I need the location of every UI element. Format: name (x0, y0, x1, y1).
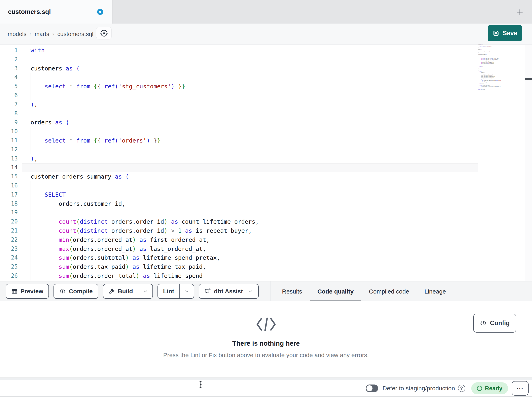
status-bar: Defer to staging/production ? Ready ... (0, 380, 532, 397)
line-number: 20 (0, 217, 22, 226)
code-line[interactable]: min(orders.ordered_at) as first_ordered_… (22, 235, 478, 244)
indent-guide (31, 199, 31, 208)
line-number: 14 (0, 163, 22, 172)
code-line[interactable]: with (22, 46, 478, 55)
compile-button-label: Compile (69, 288, 93, 295)
config-button[interactable]: Config (473, 314, 516, 333)
active-tab-underline (310, 300, 361, 301)
indent-guide (31, 136, 31, 145)
indent-guide (31, 226, 31, 235)
line-number: 13 (0, 154, 22, 163)
panel-resize-handle[interactable] (0, 378, 532, 380)
code-line[interactable]: select * from {{ ref('stg_customers') }} (22, 82, 478, 91)
line-number-gutter: 1234567891011121314151617181920212223242… (0, 46, 22, 281)
code-line[interactable]: sum(orders.order_total) as lifetime_spen… (22, 271, 478, 281)
indent-guide (31, 73, 31, 82)
editor-minimap[interactable]: with customers as ( select * from {{ ref… (478, 43, 511, 91)
breadcrumb-item[interactable]: customers.sql (57, 31, 93, 38)
panel-tab-label: Lineage (424, 288, 446, 295)
ellipsis-icon: ... (517, 384, 524, 392)
file-tab-customers-sql[interactable]: customers.sql (0, 0, 113, 24)
file-tab-title: customers.sql (8, 8, 51, 15)
editor-scrollbar[interactable] (525, 45, 532, 281)
compass-icon (100, 29, 108, 38)
more-options-button[interactable]: ... (512, 381, 529, 396)
code-line[interactable]: max(orders.ordered_at) as last_ordered_a… (22, 244, 478, 254)
code-line[interactable]: orders.customer_id, (22, 199, 478, 208)
code-line[interactable]: ), (22, 100, 478, 109)
editor-scrollbar-thumb[interactable] (525, 78, 532, 80)
code-editor[interactable]: 1234567891011121314151617181920212223242… (0, 45, 532, 281)
breadcrumb-separator: › (30, 31, 32, 37)
toolbar-tabs-divider (271, 281, 271, 301)
help-icon[interactable]: ? (458, 385, 465, 392)
code-line[interactable] (22, 127, 478, 136)
new-tab-button[interactable]: + (509, 0, 530, 24)
line-number: 5 (0, 82, 22, 91)
breadcrumb-item[interactable]: models (8, 31, 26, 38)
config-button-label: Config (490, 320, 510, 327)
line-number: 25 (0, 262, 22, 271)
panel-tab-results[interactable]: Results (274, 281, 310, 301)
panel-tab-label: Code quality (317, 288, 354, 295)
panel-tab-code-quality[interactable]: Code quality (310, 281, 361, 301)
line-number: 3 (0, 64, 22, 73)
code-line[interactable] (22, 163, 478, 172)
panel-tab-lineage[interactable]: Lineage (417, 281, 454, 301)
line-number: 16 (0, 181, 22, 190)
config-code-icon (480, 320, 487, 326)
panel-tab-label: Results (282, 288, 302, 295)
file-navigate-button[interactable] (96, 27, 112, 39)
code-line[interactable]: count(distinct orders.order_id) > 1 as i… (22, 226, 478, 235)
build-button[interactable]: Build (103, 284, 138, 298)
line-number: 23 (0, 244, 22, 254)
line-number: 10 (0, 127, 22, 136)
code-line[interactable] (22, 55, 478, 64)
code-line[interactable] (22, 181, 478, 190)
wrench-icon (109, 288, 115, 294)
code-line[interactable] (22, 91, 478, 100)
unsaved-changes-dot-icon (97, 9, 103, 15)
indent-guide (31, 217, 31, 226)
line-number: 1 (0, 46, 22, 55)
preview-button-label: Preview (20, 288, 43, 295)
code-line[interactable]: orders as ( (22, 118, 478, 127)
lint-button[interactable]: Lint (158, 284, 179, 298)
lint-dropdown-button[interactable] (179, 284, 194, 298)
code-line[interactable]: select * from {{ ref('orders') }} (22, 136, 478, 145)
line-number: 7 (0, 100, 22, 109)
build-dropdown-button[interactable] (138, 284, 152, 298)
code-lines[interactable]: withcustomers as ( select * from {{ ref(… (22, 46, 478, 281)
preview-button[interactable]: Preview (6, 284, 49, 299)
text-cursor-icon (198, 380, 203, 389)
lint-split-button: Lint (158, 284, 194, 299)
panel-tab-compiled-code[interactable]: Compiled code (361, 281, 417, 301)
line-number: 15 (0, 172, 22, 181)
code-line[interactable]: SELECT (22, 190, 478, 199)
line-number: 18 (0, 199, 22, 208)
code-line[interactable] (22, 208, 478, 217)
dbt-assist-button[interactable]: dbt Assist (199, 284, 259, 299)
editor-tab-bar: customers.sql + (0, 0, 532, 24)
compile-button[interactable]: Compile (53, 284, 98, 299)
breadcrumb-item[interactable]: marts (35, 31, 49, 38)
code-line[interactable] (22, 109, 478, 118)
assist-chat-sparkle-icon (204, 288, 211, 295)
code-line[interactable]: count(distinct orders.order_id) as count… (22, 217, 478, 226)
code-line[interactable]: customer_orders_summary as ( (22, 172, 478, 181)
code-line[interactable]: sum(orders.tax_paid) as lifetime_tax_pai… (22, 262, 478, 271)
code-line[interactable]: customers as ( (22, 64, 478, 73)
code-line[interactable]: sum(orders.subtotal) as lifetime_spend_p… (22, 253, 478, 262)
line-number: 12 (0, 145, 22, 154)
empty-state-title: There is nothing here (0, 340, 532, 347)
code-line[interactable] (22, 73, 478, 82)
line-number: 26 (0, 271, 22, 281)
line-number: 9 (0, 118, 22, 127)
defer-toggle[interactable] (366, 385, 378, 392)
code-line[interactable] (22, 145, 478, 154)
preview-table-icon (11, 288, 18, 294)
panel-tabs: ResultsCode qualityCompiled codeLineage (274, 281, 454, 301)
status-badge[interactable]: Ready (471, 382, 508, 394)
code-line[interactable]: ), (22, 154, 478, 163)
save-button[interactable]: Save (488, 25, 522, 41)
